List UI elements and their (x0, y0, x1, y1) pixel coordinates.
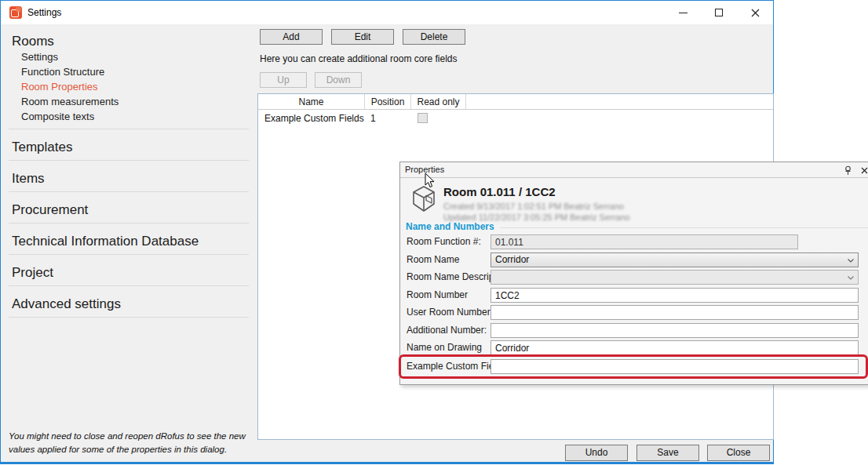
user-room-number-input[interactable] (491, 305, 859, 320)
sidebar-divider (9, 160, 249, 161)
column-header-read-only[interactable]: Read only (411, 94, 466, 109)
room-3d-box-icon (408, 184, 439, 214)
section-name-and-numbers: Name and Numbers (406, 221, 494, 232)
sidebar-item-room-measurements[interactable]: Room measurements (21, 94, 257, 109)
maximize-icon (715, 9, 723, 16)
undo-button[interactable]: Undo (565, 445, 628, 461)
highlight-red-box (399, 354, 868, 379)
sidebar-item-project[interactable]: Project (12, 264, 257, 281)
drofus-app-icon (9, 6, 22, 19)
close-icon (751, 9, 760, 17)
field-row-name-on-drawing: Name on Drawing (400, 340, 868, 355)
sidebar-divider (9, 317, 249, 318)
maximize-button[interactable] (701, 1, 737, 24)
chevron-down-icon (848, 259, 854, 263)
cell-name: Example Custom Fields (258, 113, 365, 124)
field-row-room-number: Room Number (400, 288, 868, 303)
properties-panel: Properties Room 01.011 / 1CC2 Created (399, 162, 868, 385)
edit-button[interactable]: Edit (331, 29, 394, 45)
screenshot-root: Settings Rooms Settings Function Structu… (0, 0, 868, 465)
add-button[interactable]: Add (260, 29, 323, 45)
field-label: Additional Number: (407, 323, 487, 338)
table-row[interactable]: Example Custom Fields 1 (258, 110, 773, 126)
close-button[interactable] (737, 1, 773, 24)
field-label: Name on Drawing (407, 340, 482, 355)
room-name-combobox[interactable]: Corridor (491, 252, 859, 267)
minimize-icon (679, 13, 687, 13)
section-rule (500, 227, 868, 228)
room-title: Room 01.011 / 1CC2 (443, 185, 556, 198)
field-row-room-name: Room Name Corridor (400, 252, 868, 267)
sidebar-divider (9, 129, 249, 129)
sidebar-item-templates[interactable]: Templates (12, 139, 257, 155)
delete-button[interactable]: Delete (403, 29, 465, 45)
minimize-button[interactable] (665, 1, 701, 24)
properties-panel-titlebar[interactable]: Properties (400, 162, 868, 178)
sidebar-item-room-properties[interactable]: Room Properties (21, 79, 257, 94)
cell-read-only (411, 113, 466, 123)
sidebar-item-advanced-settings[interactable]: Advanced settings (12, 296, 257, 312)
pin-button[interactable] (842, 165, 853, 176)
cell-position: 1 (365, 113, 411, 124)
window-controls (665, 1, 773, 24)
panel-close-button[interactable] (859, 165, 868, 176)
read-only-checkbox[interactable] (418, 113, 428, 123)
sidebar-item-composite-texts[interactable]: Composite texts (21, 109, 257, 124)
field-row-user-room-number: User Room Number (400, 305, 868, 320)
section-description: Here you can create additional room core… (260, 53, 457, 64)
name-on-drawing-input[interactable] (491, 340, 859, 355)
sidebar-divider (9, 191, 249, 192)
field-label: Room Name (407, 252, 459, 267)
room-created-meta: Created 9/13/2017 1:02:51 PM Beatriz Ser… (443, 202, 624, 211)
additional-number-input[interactable] (491, 323, 859, 338)
sidebar-item-rooms[interactable]: Rooms (12, 33, 257, 49)
sidebar-divider (9, 254, 249, 255)
field-label: Room Number (407, 288, 468, 303)
sidebar-divider (9, 285, 249, 286)
sidebar-item-technical-information-database[interactable]: Technical Information Database (12, 233, 257, 249)
pin-icon (844, 165, 852, 176)
close-dialog-button[interactable]: Close (707, 445, 770, 461)
panel-close-icon (861, 167, 868, 174)
up-button[interactable]: Up (260, 72, 307, 88)
field-row-room-function: Room Function #: (400, 234, 868, 249)
sidebar-item-items[interactable]: Items (12, 170, 257, 187)
sidebar-item-settings[interactable]: Settings (21, 49, 257, 64)
sidebar-divider (9, 223, 249, 223)
sidebar: Rooms Settings Function Structure Room P… (1, 24, 257, 462)
restart-note: You might need to close and reopen dRofu… (9, 430, 252, 456)
room-function-input (491, 234, 798, 249)
sidebar-item-function-structure[interactable]: Function Structure (21, 64, 257, 79)
combo-value: Corridor (495, 254, 529, 265)
field-row-room-name-description: Room Name Description (400, 270, 868, 285)
column-header-name[interactable]: Name (258, 94, 365, 109)
down-button[interactable]: Down (315, 72, 362, 88)
room-number-input[interactable] (491, 288, 859, 303)
table-header: Name Position Read only (258, 94, 773, 110)
window-title: Settings (27, 7, 61, 18)
room-name-description-combobox (491, 270, 859, 285)
field-label: Room Function #: (407, 234, 481, 249)
field-label: User Room Number (407, 305, 491, 320)
column-header-position[interactable]: Position (365, 94, 411, 109)
field-row-additional-number: Additional Number: (400, 323, 868, 338)
sidebar-item-procurement[interactable]: Procurement (12, 202, 257, 218)
mouse-cursor (425, 173, 436, 188)
titlebar[interactable]: Settings (1, 1, 773, 24)
save-button[interactable]: Save (636, 445, 699, 461)
chevron-down-icon (848, 276, 854, 280)
